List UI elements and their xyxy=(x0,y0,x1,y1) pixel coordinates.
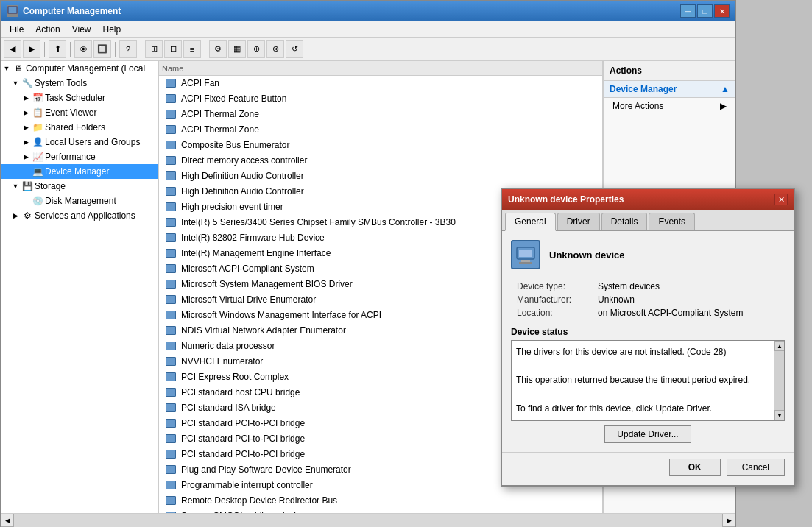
toolbar-back[interactable]: ◀ xyxy=(4,40,21,58)
actions-primary-label: Device Manager xyxy=(610,84,677,94)
tree-label-system-tools: System Tools xyxy=(35,78,87,88)
tree-arrow-root[interactable]: ▼ xyxy=(2,64,11,73)
tree-item-event-viewer[interactable]: ▶ 📋 Event Viewer xyxy=(1,105,158,120)
device-item[interactable]: Composite Bus Enumerator xyxy=(159,138,602,153)
bottom-scrollbar: ◀ ▶ xyxy=(1,513,735,526)
status-scroll-up[interactable]: ▲ xyxy=(774,341,785,351)
device-item[interactable]: Remote Desktop Device Redirector Bus xyxy=(159,493,602,509)
tree-item-task-scheduler[interactable]: ▶ 📅 Task Scheduler xyxy=(1,91,158,105)
device-name: Microsoft System Management BIOS Driver xyxy=(181,279,353,289)
tree-arrow-task-scheduler[interactable]: ▶ xyxy=(21,93,30,102)
status-scroll-down[interactable]: ▼ xyxy=(774,410,785,420)
device-icon xyxy=(165,340,177,352)
close-button[interactable]: ✕ xyxy=(714,4,730,18)
menu-bar: File Action View Help xyxy=(1,21,735,38)
tree-icon-system-tools: 🔧 xyxy=(21,77,33,89)
scroll-right-arrow[interactable]: ▶ xyxy=(722,514,735,527)
toolbar-btn-5[interactable]: ⊞ xyxy=(145,40,163,58)
toolbar-btn-8[interactable]: ⚙ xyxy=(209,40,227,58)
svg-rect-1 xyxy=(10,14,15,15)
tree-arrow-performance[interactable]: ▶ xyxy=(21,152,30,161)
cancel-button[interactable]: Cancel xyxy=(727,459,785,476)
tree-arrow-shared-folders[interactable]: ▶ xyxy=(21,123,30,132)
menu-view[interactable]: View xyxy=(66,23,97,36)
tree-arrow-system-tools[interactable]: ▼ xyxy=(11,79,20,88)
scroll-track[interactable] xyxy=(14,514,722,527)
tree-arrow-event-viewer[interactable]: ▶ xyxy=(21,108,30,117)
device-icon xyxy=(165,464,177,475)
device-big-icon xyxy=(511,240,540,269)
device-icon xyxy=(165,510,177,513)
minimize-button[interactable]: ─ xyxy=(680,4,696,18)
device-name: PCI standard host CPU bridge xyxy=(181,387,300,397)
device-name: PCI standard PCI-to-PCI bridge xyxy=(181,434,305,444)
status-scrollbar: ▲ ▼ xyxy=(774,341,784,420)
device-name: High Definition Audio Controller xyxy=(181,186,304,197)
tree-item-shared-folders[interactable]: ▶ 📁 Shared Folders xyxy=(1,120,158,135)
menu-help[interactable]: Help xyxy=(97,23,127,36)
menu-file[interactable]: File xyxy=(4,23,29,36)
tree-item-local-users[interactable]: ▶ 👤 Local Users and Groups xyxy=(1,135,158,149)
tab-events[interactable]: Events xyxy=(649,213,695,230)
tree-item-services[interactable]: ▶ ⚙ Services and Applications xyxy=(1,208,158,223)
device-name: ACPI Thermal Zone xyxy=(181,124,259,135)
tree-label-disk-management: Disk Management xyxy=(45,196,116,206)
device-icon xyxy=(165,325,177,336)
tree-label-local-users: Local Users and Groups xyxy=(45,137,140,147)
tree-item-system-tools[interactable]: ▼ 🔧 System Tools xyxy=(1,76,158,91)
toolbar-sep-5 xyxy=(205,42,205,57)
device-name: High Definition Audio Controller xyxy=(181,171,304,181)
tab-driver[interactable]: Driver xyxy=(557,213,600,230)
toolbar-btn-12[interactable]: ↺ xyxy=(286,40,303,58)
tree-item-storage[interactable]: ▼ 💾 Storage xyxy=(1,179,158,194)
tree-arrow-storage[interactable]: ▼ xyxy=(11,182,20,191)
status-scroll-track[interactable] xyxy=(774,351,784,410)
device-list-header: Name xyxy=(159,61,602,76)
device-name: PCI standard PCI-to-PCI bridge xyxy=(181,449,305,459)
tree-arrow-services[interactable]: ▶ xyxy=(11,211,20,220)
svg-rect-5 xyxy=(519,250,532,257)
tree-item-device-manager[interactable]: ▶ 💻 Device Manager xyxy=(1,164,158,179)
device-name: Microsoft ACPI-Compliant System xyxy=(181,264,314,274)
device-name: High precision event timer xyxy=(181,202,283,212)
device-item[interactable]: ACPI Thermal Zone xyxy=(159,107,602,122)
update-driver-button[interactable]: Update Driver... xyxy=(604,425,691,443)
device-icon xyxy=(165,124,177,135)
device-icon xyxy=(165,201,177,213)
tree-icon-performance: 📈 xyxy=(32,151,43,163)
toolbar-properties[interactable]: 🔲 xyxy=(93,40,111,58)
ok-button[interactable]: OK xyxy=(669,459,721,476)
toolbar-show-hide[interactable]: 👁 xyxy=(74,40,92,58)
scroll-left-arrow[interactable]: ◀ xyxy=(1,514,14,527)
toolbar-btn-10[interactable]: ⊕ xyxy=(247,40,265,58)
toolbar-btn-9[interactable]: ▦ xyxy=(228,40,246,58)
device-item[interactable]: ACPI Fixed Feature Button xyxy=(159,91,602,107)
title-bar: Computer Management ─ □ ✕ xyxy=(1,1,735,21)
toolbar-up[interactable]: ⬆ xyxy=(49,40,66,58)
actions-more-actions[interactable]: More Actions ▶ xyxy=(604,98,735,114)
device-icon xyxy=(165,77,177,89)
tab-details[interactable]: Details xyxy=(601,213,648,230)
tab-general[interactable]: General xyxy=(505,213,556,231)
device-item[interactable]: ACPI Thermal Zone xyxy=(159,122,602,138)
dialog-close-button[interactable]: ✕ xyxy=(774,194,788,205)
toolbar-btn-7[interactable]: ≡ xyxy=(183,40,201,58)
tree-item-performance[interactable]: ▶ 📈 Performance xyxy=(1,149,158,164)
title-bar-left: Computer Management xyxy=(7,5,121,17)
toolbar-forward[interactable]: ▶ xyxy=(23,40,40,58)
device-icon xyxy=(165,155,177,166)
device-name: Intel(R) 82802 Firmware Hub Device xyxy=(181,233,325,243)
actions-primary-item[interactable]: Device Manager ▲ xyxy=(604,81,735,98)
toolbar-btn-11[interactable]: ⊗ xyxy=(266,40,284,58)
device-item[interactable]: ACPI Fan xyxy=(159,76,602,91)
tree-item-root[interactable]: ▼ 🖥 Computer Management (Local xyxy=(1,61,158,76)
tree-icon-root: 🖥 xyxy=(13,63,24,74)
toolbar-btn-6[interactable]: ⊟ xyxy=(164,40,182,58)
toolbar-help[interactable]: ? xyxy=(119,40,137,58)
device-item[interactable]: High Definition Audio Controller xyxy=(159,169,602,184)
tree-item-disk-management[interactable]: ▶ 💿 Disk Management xyxy=(1,194,158,208)
tree-arrow-local-users[interactable]: ▶ xyxy=(21,138,30,146)
maximize-button[interactable]: □ xyxy=(697,4,713,18)
device-item[interactable]: Direct memory access controller xyxy=(159,153,602,169)
menu-action[interactable]: Action xyxy=(29,23,66,36)
